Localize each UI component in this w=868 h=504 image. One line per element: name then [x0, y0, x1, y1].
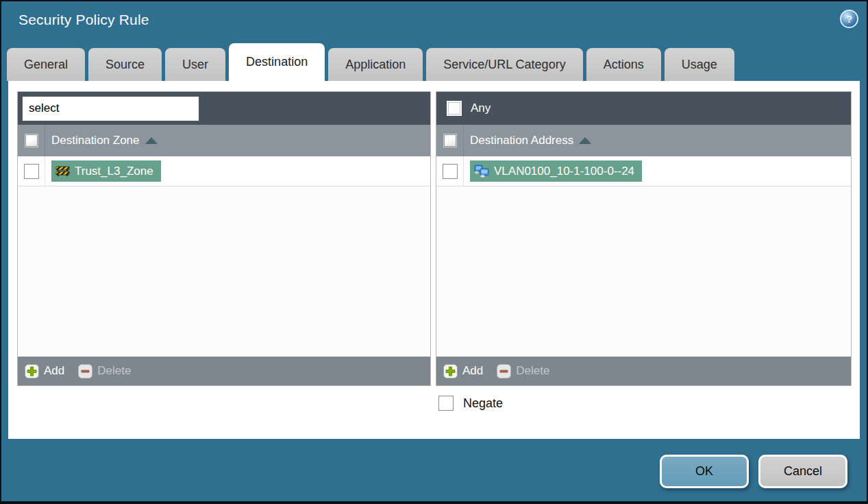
any-label: Any [471, 101, 491, 115]
tab-application[interactable]: Application [328, 48, 423, 81]
dialog-title: Security Policy Rule [18, 12, 149, 28]
zone-delete-label: Delete [97, 364, 131, 378]
table-row: Trust_L3_Zone [18, 156, 430, 187]
address-select-all-checkbox[interactable] [444, 134, 456, 147]
negate-checkbox[interactable] [438, 396, 454, 411]
destination-address-panel: Any Destination Address [436, 91, 852, 386]
address-panel-toolbar: Any [436, 92, 851, 125]
zone-add-button[interactable]: Add [25, 364, 64, 379]
zone-icon [55, 165, 70, 177]
address-panel-footer: Add Delete [436, 357, 851, 385]
address-delete-label: Delete [516, 364, 549, 378]
address-add-button[interactable]: Add [443, 364, 483, 379]
zone-item[interactable]: Trust_L3_Zone [51, 160, 161, 182]
negate-label: Negate [463, 396, 503, 411]
address-item[interactable]: VLAN0100_10-1-100-0--24 [470, 160, 642, 182]
table-row: VLAN0100_10-1-100-0--24 [436, 156, 851, 187]
address-column-header[interactable]: Destination Address [470, 134, 573, 147]
tab-actions[interactable]: Actions [586, 48, 661, 81]
negate-option: Negate [438, 396, 503, 411]
tab-usage[interactable]: Usage [665, 48, 734, 81]
tab-source[interactable]: Source [88, 48, 162, 81]
any-checkbox[interactable] [447, 101, 462, 116]
delete-minus-icon [497, 364, 511, 379]
zone-table-body: Trust_L3_Zone [18, 156, 430, 357]
cancel-button[interactable]: Cancel [758, 455, 847, 488]
delete-minus-icon [78, 364, 92, 379]
destination-zone-panel: select Destination Zone [17, 91, 431, 386]
zone-select-all-checkbox[interactable] [25, 134, 38, 147]
security-policy-rule-dialog: Security Policy Rule ? General Source Us… [0, 0, 868, 504]
tab-service-url-category[interactable]: Service/URL Category [426, 48, 582, 81]
zone-panel-toolbar: select [18, 92, 430, 125]
zone-delete-button[interactable]: Delete [78, 364, 131, 379]
zone-table-header: Destination Zone [18, 125, 430, 156]
address-item-label: VLAN0100_10-1-100-0--24 [494, 165, 634, 178]
add-plus-icon [25, 364, 39, 379]
zone-column-header[interactable]: Destination Zone [51, 134, 140, 147]
tab-general[interactable]: General [7, 48, 85, 81]
address-icon [474, 165, 489, 178]
tab-bar: General Source User Destination Applicat… [7, 43, 734, 81]
address-add-label: Add [462, 364, 483, 378]
tab-user[interactable]: User [165, 48, 225, 81]
ok-button[interactable]: OK [660, 455, 749, 488]
zone-add-label: Add [44, 364, 64, 378]
zone-item-label: Trust_L3_Zone [75, 165, 153, 178]
add-plus-icon [443, 364, 458, 379]
address-row-checkbox[interactable] [443, 164, 458, 179]
address-delete-button[interactable]: Delete [497, 364, 549, 379]
zone-select-dropdown[interactable]: select [22, 96, 199, 121]
zone-row-checkbox[interactable] [24, 164, 39, 179]
zone-select-value: select [23, 97, 199, 121]
address-table-header: Destination Address [436, 125, 851, 156]
sort-ascending-icon [579, 137, 591, 144]
tab-destination[interactable]: Destination [229, 43, 325, 81]
address-table-body: VLAN0100_10-1-100-0--24 [436, 156, 851, 357]
help-icon[interactable]: ? [840, 10, 858, 28]
sort-ascending-icon [145, 137, 158, 144]
zone-panel-footer: Add Delete [18, 357, 430, 385]
